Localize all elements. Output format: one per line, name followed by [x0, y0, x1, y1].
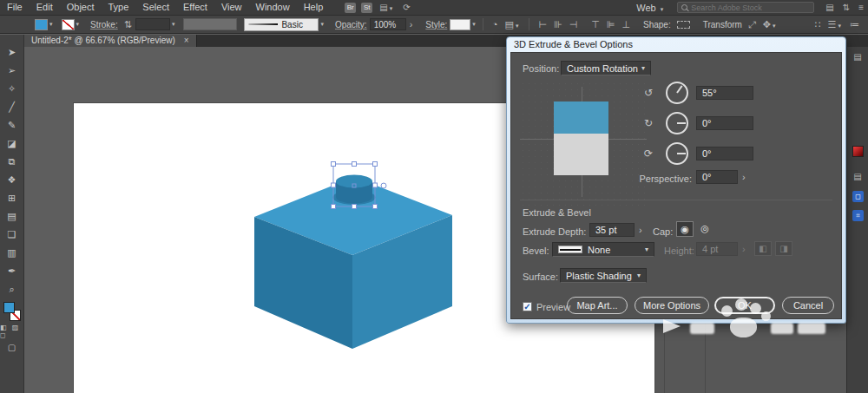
tab-close-icon[interactable]: × [184, 35, 189, 47]
rotate-y-field[interactable]: 0° [696, 116, 753, 130]
rotate-z-dial[interactable] [666, 142, 688, 165]
artwork-3d-cube[interactable] [226, 147, 477, 356]
search-input[interactable] [691, 3, 810, 12]
track-cube-preview[interactable] [554, 102, 608, 175]
perspective-grid-tool[interactable]: ⊞ [0, 189, 23, 207]
swatches-panel-icon[interactable]: ▤ [847, 172, 868, 181]
rotate-x-dial[interactable] [666, 82, 688, 104]
shape-builder-tool[interactable]: ❖ [0, 171, 23, 189]
preview-checkbox[interactable]: ✓ [523, 302, 532, 311]
color-mode-icons[interactable]: ◧ ▨ ◻ [0, 324, 23, 339]
align-center-icon[interactable]: ⊪ [550, 19, 566, 30]
menu-type[interactable]: Type [102, 0, 136, 15]
stroke-chevron-icon[interactable]: ▾ [75, 21, 82, 28]
workspace-switcher[interactable]: Web ▾ [631, 3, 670, 13]
extrude-bevel-dialog[interactable]: 3D Extrude & Bevel Options Position: Cus… [506, 36, 846, 324]
gpu-performance-icon[interactable]: ⟳ [398, 3, 414, 12]
panel-icon[interactable]: ▤ [847, 52, 868, 62]
fill-chevron-icon[interactable]: ▾ [48, 21, 55, 28]
zoom-tool[interactable]: ⌕ [0, 280, 23, 298]
magic-wand-tool[interactable]: ✧ [0, 80, 23, 98]
symbol-sprayer-tool[interactable]: ❏ [0, 226, 23, 244]
transform-label[interactable]: Transform [700, 20, 745, 29]
layout-icon[interactable]: ▤ [821, 3, 838, 12]
document-tab[interactable]: Untitled-2* @ 66.67% (RGB/Preview) × [24, 35, 197, 47]
fill-color-swatch[interactable] [35, 19, 48, 30]
selection-rotate-indicator[interactable] [381, 183, 386, 188]
document-setup-icon[interactable]: ▤▾ [502, 19, 524, 30]
menu-view[interactable]: View [214, 0, 249, 15]
perspective-more-icon[interactable]: › [742, 172, 746, 182]
color-panel-icon[interactable] [852, 146, 864, 157]
brush-basic-dropdown[interactable]: Basic [244, 18, 319, 31]
fill-stroke-control[interactable] [3, 302, 21, 321]
rotate-z-field[interactable]: 0° [696, 147, 753, 160]
list-options-icon[interactable]: ≔ [846, 19, 863, 30]
extrude-depth-field[interactable]: 35 pt [589, 223, 635, 237]
menu-help[interactable]: Help [297, 0, 331, 15]
menu-edit[interactable]: Edit [30, 0, 60, 15]
position-select[interactable]: Custom Rotation ▾ [561, 61, 651, 75]
panel-options-icon[interactable]: ☰▾ [825, 19, 846, 30]
menu-effect[interactable]: Effect [176, 0, 214, 15]
bridge-button[interactable]: Br [345, 3, 356, 13]
extrude-depth-more-icon[interactable]: › [639, 225, 642, 235]
paintbrush-tool[interactable]: ✎ [0, 116, 23, 134]
menu-window[interactable]: Window [249, 0, 297, 15]
align-right-icon[interactable]: ⊣ [566, 19, 582, 30]
stroke-weight-stepper[interactable]: ⇅ [121, 19, 135, 30]
stroke-weight-field[interactable] [135, 18, 170, 30]
brush-definition-preview[interactable] [183, 18, 237, 30]
direct-selection-tool[interactable]: ➢ [0, 62, 23, 80]
opacity-field[interactable]: 100% [370, 18, 406, 30]
cap-on-button[interactable]: ◉ [676, 221, 694, 237]
pen-tool[interactable]: ✒ [0, 262, 23, 280]
brush-chevron-icon[interactable]: ▾ [319, 21, 326, 28]
menu-select[interactable]: Select [135, 0, 176, 15]
eraser-tool[interactable]: ◪ [0, 134, 23, 153]
map-art-button[interactable]: Map Art... [567, 297, 628, 314]
menu-icon[interactable]: ≡ [854, 3, 868, 12]
grid-options-icon[interactable]: ∷ [812, 19, 825, 30]
style-label[interactable]: Style: [423, 20, 450, 29]
selection-tool[interactable]: ➤ [0, 43, 23, 62]
bevel-select[interactable]: None ▾ [552, 242, 654, 257]
toolbar-fill-swatch[interactable] [3, 302, 15, 313]
isolate-icon[interactable]: ✥▾ [760, 19, 781, 30]
symbols-panel-icon[interactable]: ⌗ [852, 210, 864, 221]
rotate-y-dial[interactable] [666, 112, 688, 134]
cap-off-button[interactable]: ◎ [696, 221, 713, 237]
rotate-x-field[interactable]: 55° [696, 86, 753, 100]
menu-file[interactable]: File [0, 0, 30, 15]
more-options-button[interactable]: More Options [635, 297, 709, 314]
screen-mode-icon[interactable]: ▢ [8, 343, 16, 352]
surface-select[interactable]: Plastic Shading ▾ [560, 268, 647, 283]
artboard-tool[interactable]: ⧉ [0, 153, 23, 171]
stroke-label[interactable]: Stroke: [88, 20, 121, 29]
stroke-color-swatch[interactable] [62, 19, 75, 30]
opacity-more-icon[interactable]: › [406, 19, 417, 29]
align-bottom-icon[interactable]: ⊥ [618, 19, 634, 30]
dialog-title[interactable]: 3D Extrude & Bevel Options [507, 37, 845, 51]
menu-object[interactable]: Object [60, 0, 102, 15]
style-chevron-icon[interactable]: ▾ [470, 21, 477, 28]
opacity-label[interactable]: Opacity: [332, 20, 370, 29]
cylinder-top[interactable] [336, 175, 372, 188]
stock-button[interactable]: St [361, 3, 372, 13]
transform-icon[interactable]: ⤢ [745, 19, 760, 30]
perspective-field[interactable]: 0° [696, 170, 738, 184]
style-swatch[interactable] [450, 19, 470, 30]
column-graph-tool[interactable]: ▥ [0, 244, 23, 262]
align-top-icon[interactable]: ⊤ [588, 19, 603, 30]
sync-icon[interactable]: ⇅ [838, 3, 854, 12]
align-middle-icon[interactable]: ⊫ [603, 19, 619, 30]
stroke-weight-chevron-icon[interactable]: ▾ [170, 21, 177, 28]
libraries-panel-icon[interactable]: ◻ [852, 191, 864, 202]
arrange-documents-icon[interactable]: ▤▾ [375, 3, 398, 12]
line-segment-tool[interactable]: ╱ [0, 98, 23, 116]
shape-icon[interactable] [677, 21, 690, 29]
stock-search[interactable] [677, 2, 814, 13]
cancel-button[interactable]: Cancel [782, 297, 834, 314]
recolor-artwork-icon[interactable]: ◔ [489, 19, 502, 29]
ok-button[interactable]: OK [714, 297, 775, 314]
